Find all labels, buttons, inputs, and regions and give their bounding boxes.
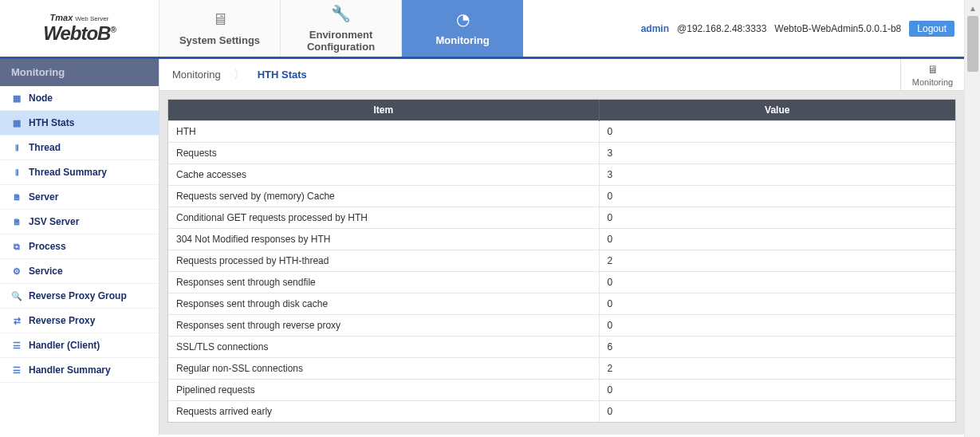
sidebar-item-reverse-proxy[interactable]: ⇄ Reverse Proxy [0,309,159,333]
content: Monitoring 〉 HTH Stats 🖥 Monitoring Item… [159,59,964,435]
breadcrumb-level2: HTH Stats [258,69,307,81]
wrench-icon: 🔧 [331,4,351,23]
monitoring-badge[interactable]: 🖥 Monitoring [900,59,964,90]
vertical-scrollbar[interactable]: ▲ [964,0,980,437]
scroll-thumb[interactable] [967,16,978,72]
table-header-row: Item Value [168,100,955,121]
sidebar-item-jsv-server[interactable]: 🗎 JSV Server [0,210,159,234]
logo[interactable]: Tmax Web Server WebtoB® [0,0,159,57]
stats-table-wrap: Item Value HTH0Requests3Cache accesses3R… [167,99,956,423]
table-row: Pipelined requests0 [168,380,955,401]
table-row: Cache accesses3 [168,164,955,186]
table-row: Requests arrived early0 [168,401,955,423]
sidebar-item-hth-stats[interactable]: ▦ HTH Stats [0,111,159,136]
sidebar-item-label: Process [29,241,66,252]
cell-value: 0 [599,272,955,293]
nav-label: System Settings [179,35,260,46]
grid-icon: ▦ [11,118,22,128]
cell-value: 2 [599,358,955,380]
logo-subtitle: Web Server [75,15,108,22]
sidebar-item-label: Thread [29,142,61,153]
header-right: admin @192.168.2.48:3333 WebtoB-WebAdmin… [523,0,964,57]
nav-tab-system-settings[interactable]: 🖥 System Settings [159,0,281,57]
header: Tmax Web Server WebtoB® 🖥 System Setting… [0,0,964,59]
sidebar-title: Monitoring [0,59,159,86]
table-row: Requests processed by HTH-thread2 [168,250,955,272]
logo-reg: ® [110,26,115,34]
cell-value: 0 [599,229,955,250]
sidebar-item-label: HTH Stats [29,117,74,128]
process-icon: ⧉ [11,242,22,252]
table-row: Responses sent through sendfile0 [168,272,955,293]
cell-item: Pipelined requests [168,380,599,401]
chevron-right-icon: 〉 [234,68,245,82]
cell-value: 0 [599,121,955,143]
col-value: Value [599,100,955,121]
cell-value: 0 [599,207,955,229]
sidebar-item-label: JSV Server [29,216,79,227]
table-row: Responses sent through disk cache0 [168,293,955,315]
cell-value: 0 [599,186,955,207]
table-row: Regular non-SSL connections2 [168,358,955,380]
sidebar-item-label: Thread Summary [29,167,107,178]
sidebar-item-server[interactable]: 🗎 Server [0,185,159,210]
cell-item: Requests [168,143,599,164]
cell-item: Regular non-SSL connections [168,358,599,380]
sidebar-item-service[interactable]: ⚙ Service [0,259,159,284]
logo-brand: Tmax [50,13,73,22]
cell-value: 0 [599,293,955,315]
cell-item: Requests processed by HTH-thread [168,250,599,272]
table-row: Responses sent through reverse proxy0 [168,315,955,337]
table-row: Requests3 [168,143,955,164]
logo-product: WebtoB [43,22,110,44]
sidebar-item-thread-summary[interactable]: ⦀ Thread Summary [0,160,159,185]
table-row: Requests served by (memory) Cache0 [168,186,955,207]
sidebar-item-node[interactable]: ▦ Node [0,86,159,111]
nav-label: Environment Configuration [307,30,375,53]
server-address: @192.168.2.48:3333 [677,23,766,34]
table-row: HTH0 [168,121,955,143]
sidebar-item-process[interactable]: ⧉ Process [0,234,159,259]
cell-item: Cache accesses [168,164,599,186]
cell-item: Requests arrived early [168,401,599,423]
sidebar-item-handler-client[interactable]: ☰ Handler (Client) [0,333,159,358]
user-label[interactable]: admin [641,23,669,34]
logout-button[interactable]: Logout [909,21,954,37]
thread-icon: ⦀ [11,167,22,178]
cell-item: Requests served by (memory) Cache [168,186,599,207]
monitoring-badge-label: Monitoring [912,77,953,87]
breadcrumb-level1[interactable]: Monitoring [172,69,221,81]
cell-item: Responses sent through reverse proxy [168,315,599,337]
cell-item: 304 Not Modified responses by HTH [168,229,599,250]
cell-item: HTH [168,121,599,143]
sidebar-item-label: Service [29,266,63,277]
document-icon: 🗎 [11,192,22,202]
monitor-icon: 🖥 [212,10,228,29]
table-row: 304 Not Modified responses by HTH0 [168,229,955,250]
document-icon: 🗎 [11,217,22,226]
cell-value: 3 [599,143,955,164]
breadcrumb: Monitoring 〉 HTH Stats [159,59,900,90]
thread-icon: ⦀ [11,143,22,153]
nav-label: Monitoring [435,35,489,46]
col-item: Item [168,100,599,121]
cell-value: 0 [599,401,955,423]
sidebar-item-reverse-proxy-group[interactable]: 🔍 Reverse Proxy Group [0,284,159,309]
cell-value: 0 [599,315,955,337]
list-icon: ☰ [11,341,22,351]
piechart-icon: ◔ [456,10,470,29]
nav-tab-env-config[interactable]: 🔧 Environment Configuration [281,0,402,57]
arrows-icon: ⇄ [11,316,22,326]
sidebar-item-thread[interactable]: ⦀ Thread [0,136,159,160]
sidebar-item-label: Handler (Client) [29,340,100,351]
cell-item: Responses sent through disk cache [168,293,599,315]
breadcrumb-bar: Monitoring 〉 HTH Stats 🖥 Monitoring [159,59,964,91]
nav-tab-monitoring[interactable]: ◔ Monitoring [402,0,523,57]
gear-icon: ⚙ [11,266,22,277]
sidebar-item-handler-summary[interactable]: ☰ Handler Summary [0,358,159,383]
sidebar-item-label: Server [29,191,58,203]
table-row: Conditional GET requests processed by HT… [168,207,955,229]
list-icon: ☰ [11,365,22,376]
cell-value: 3 [599,164,955,186]
scroll-up-arrow-icon[interactable]: ▲ [965,0,980,16]
